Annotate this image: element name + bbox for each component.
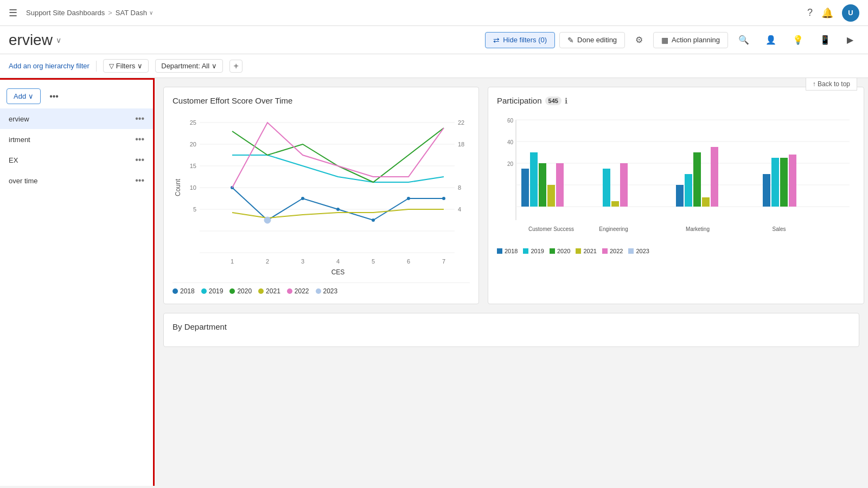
svg-text:Customer Success: Customer Success bbox=[528, 226, 574, 232]
sidebar-item-over-time[interactable]: over time ••• bbox=[0, 170, 153, 191]
svg-rect-42 bbox=[521, 169, 529, 207]
help-icon[interactable]: ? bbox=[807, 7, 813, 18]
svg-text:20: 20 bbox=[190, 141, 196, 147]
sidebar-item-more-icon[interactable]: ••• bbox=[135, 114, 144, 124]
svg-rect-54 bbox=[693, 152, 701, 207]
done-editing-button[interactable]: ✎ Done editing bbox=[559, 32, 625, 48]
dept-chevron-icon: ∨ bbox=[212, 62, 217, 70]
svg-rect-50 bbox=[620, 163, 628, 207]
participation-badge: 545 bbox=[545, 97, 561, 105]
svg-text:6: 6 bbox=[407, 258, 410, 265]
svg-point-32 bbox=[264, 217, 271, 223]
svg-rect-45 bbox=[547, 185, 555, 207]
participation-header: Participation 545 ℹ bbox=[497, 96, 855, 105]
avatar[interactable]: U bbox=[842, 4, 859, 22]
svg-text:Engineering: Engineering bbox=[599, 226, 628, 232]
line-chart-container: 25 20 15 10 5 22 18 8 4 Count 1 bbox=[173, 112, 470, 276]
breadcrumb-item-2[interactable]: SAT Dash ∨ bbox=[116, 9, 153, 17]
svg-point-29 bbox=[372, 219, 375, 222]
back-to-top-button[interactable]: ↑ Back to top bbox=[806, 78, 857, 91]
add-filter-button[interactable]: + bbox=[229, 60, 242, 73]
svg-text:60: 60 bbox=[507, 118, 514, 124]
sidebar-actions: Add ∨ ••• bbox=[0, 84, 153, 108]
svg-text:2: 2 bbox=[266, 258, 269, 265]
legend-dot-2019 bbox=[201, 288, 207, 294]
legend-dot-2023 bbox=[316, 288, 321, 294]
by-department-card: By Department bbox=[163, 313, 859, 347]
funnel-icon: ▽ bbox=[109, 62, 114, 70]
sidebar-item-overview[interactable]: erview ••• bbox=[0, 108, 153, 129]
sidebar-item-more-icon[interactable]: ••• bbox=[135, 155, 144, 165]
svg-text:40: 40 bbox=[507, 139, 514, 145]
add-button[interactable]: Add ∨ bbox=[7, 88, 41, 104]
sub-nav: erview ∨ ⇄ Hide filters (0) ✎ Done editi… bbox=[0, 26, 868, 54]
page-title: erview ∨ bbox=[9, 31, 61, 49]
action-planning-button[interactable]: ▦ Action planning bbox=[653, 32, 728, 48]
legend-dot-2021 bbox=[258, 288, 264, 294]
sidebar-item-department[interactable]: irtment ••• bbox=[0, 129, 153, 150]
main-layout: Add ∨ ••• erview ••• irtment ••• EX ••• … bbox=[0, 78, 868, 486]
svg-rect-58 bbox=[763, 174, 770, 207]
info-icon[interactable]: ℹ bbox=[565, 97, 567, 105]
filters-chevron-icon: ∨ bbox=[137, 62, 143, 70]
charts-row: Customer Effort Score Over Time 25 20 bbox=[155, 78, 868, 313]
breadcrumb-item-1[interactable]: Support Site Dashboards bbox=[26, 9, 105, 17]
svg-text:10: 10 bbox=[190, 184, 196, 191]
user-search-icon[interactable]: 👤 bbox=[760, 31, 782, 49]
hide-filters-button[interactable]: ⇄ Hide filters (0) bbox=[485, 32, 555, 48]
svg-rect-52 bbox=[676, 185, 684, 207]
svg-point-28 bbox=[336, 208, 340, 211]
svg-point-31 bbox=[442, 197, 445, 200]
line-chart-svg: 25 20 15 10 5 22 18 8 4 Count 1 bbox=[173, 112, 470, 274]
legend-item-2023: 2023 bbox=[316, 287, 338, 295]
play-icon[interactable]: ▶ bbox=[841, 31, 859, 49]
svg-text:Count: Count bbox=[174, 178, 182, 196]
participation-chart-card: Participation 545 ℹ 60 40 20 bbox=[488, 87, 864, 304]
svg-rect-61 bbox=[789, 155, 796, 207]
breadcrumb: Support Site Dashboards > SAT Dash ∨ bbox=[26, 9, 153, 17]
svg-text:8: 8 bbox=[458, 184, 461, 191]
page-title-chevron-icon[interactable]: ∨ bbox=[56, 36, 61, 44]
svg-rect-60 bbox=[780, 158, 788, 207]
line-chart-title: Customer Effort Score Over Time bbox=[173, 96, 470, 105]
participation-title: Participation bbox=[497, 96, 542, 105]
svg-point-27 bbox=[301, 197, 304, 200]
notification-icon[interactable]: 🔔 bbox=[821, 7, 833, 19]
svg-rect-55 bbox=[702, 197, 710, 207]
edit-icon: ✎ bbox=[567, 36, 574, 44]
svg-text:4: 4 bbox=[458, 206, 461, 213]
department-filter[interactable]: Department: All ∨ bbox=[155, 59, 223, 73]
svg-text:25: 25 bbox=[190, 119, 196, 126]
hamburger-icon[interactable]: ☰ bbox=[9, 7, 17, 19]
mobile-icon[interactable]: 📱 bbox=[814, 31, 837, 49]
org-hierarchy-link[interactable]: Add an org hierarchy filter bbox=[9, 62, 90, 70]
legend-item-2019: 2019 bbox=[201, 287, 224, 295]
content-area: ↑ Back to top Customer Effort Score Over… bbox=[155, 78, 868, 486]
svg-rect-56 bbox=[711, 147, 718, 207]
line-chart-legend: 2018 2019 2020 2021 bbox=[173, 282, 470, 295]
settings-icon[interactable]: ⚙ bbox=[629, 31, 649, 49]
lightbulb-icon[interactable]: 💡 bbox=[787, 31, 809, 49]
svg-text:22: 22 bbox=[458, 119, 464, 126]
breadcrumb-separator: > bbox=[108, 9, 112, 17]
svg-text:Marketing: Marketing bbox=[686, 226, 710, 232]
filters-dropdown[interactable]: ▽ Filters ∨ bbox=[103, 59, 149, 73]
action-planning-icon: ▦ bbox=[661, 36, 668, 44]
legend-dot-2018 bbox=[173, 288, 178, 294]
sidebar-item-more-icon[interactable]: ••• bbox=[135, 176, 144, 185]
sidebar-more-button[interactable]: ••• bbox=[45, 89, 63, 104]
svg-point-30 bbox=[407, 197, 410, 200]
legend-item-2022: 2022 bbox=[287, 287, 309, 295]
search-users-icon[interactable]: 🔍 bbox=[732, 31, 755, 49]
bar-chart-container: 60 40 20 bbox=[497, 112, 855, 243]
filter-bar: Add an org hierarchy filter ▽ Filters ∨ … bbox=[0, 54, 868, 78]
svg-text:1: 1 bbox=[231, 258, 234, 265]
sidebar-item-more-icon[interactable]: ••• bbox=[135, 134, 144, 144]
sidebar-item-ex[interactable]: EX ••• bbox=[0, 150, 153, 170]
svg-text:CES: CES bbox=[331, 268, 345, 274]
legend-item-2018: 2018 bbox=[173, 287, 195, 295]
filter-divider bbox=[96, 61, 97, 72]
svg-rect-49 bbox=[611, 201, 619, 207]
legend-item-2020: 2020 bbox=[229, 287, 252, 295]
legend-item-2021: 2021 bbox=[258, 287, 280, 295]
